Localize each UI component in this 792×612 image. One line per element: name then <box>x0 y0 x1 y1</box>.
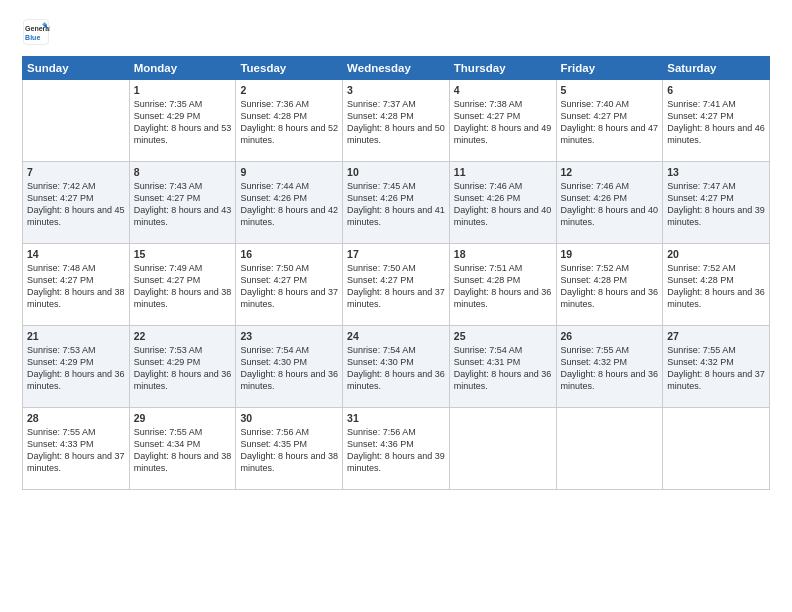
calendar-cell: 26Sunrise: 7:55 AMSunset: 4:32 PMDayligh… <box>556 326 663 408</box>
day-number: 11 <box>454 166 552 178</box>
calendar-cell: 4Sunrise: 7:38 AMSunset: 4:27 PMDaylight… <box>449 80 556 162</box>
cell-content: Sunrise: 7:54 AMSunset: 4:30 PMDaylight:… <box>347 344 445 393</box>
cell-content: Sunrise: 7:44 AMSunset: 4:26 PMDaylight:… <box>240 180 338 229</box>
header-cell-wednesday: Wednesday <box>343 57 450 80</box>
cell-content: Sunrise: 7:37 AMSunset: 4:28 PMDaylight:… <box>347 98 445 147</box>
calendar-cell: 7Sunrise: 7:42 AMSunset: 4:27 PMDaylight… <box>23 162 130 244</box>
logo: General Blue <box>22 18 50 46</box>
header-cell-friday: Friday <box>556 57 663 80</box>
calendar-cell: 15Sunrise: 7:49 AMSunset: 4:27 PMDayligh… <box>129 244 236 326</box>
calendar-cell: 1Sunrise: 7:35 AMSunset: 4:29 PMDaylight… <box>129 80 236 162</box>
day-number: 10 <box>347 166 445 178</box>
calendar-cell <box>23 80 130 162</box>
day-number: 5 <box>561 84 659 96</box>
cell-content: Sunrise: 7:51 AMSunset: 4:28 PMDaylight:… <box>454 262 552 311</box>
cell-content: Sunrise: 7:53 AMSunset: 4:29 PMDaylight:… <box>134 344 232 393</box>
day-number: 7 <box>27 166 125 178</box>
calendar-cell: 31Sunrise: 7:56 AMSunset: 4:36 PMDayligh… <box>343 408 450 490</box>
calendar-cell: 24Sunrise: 7:54 AMSunset: 4:30 PMDayligh… <box>343 326 450 408</box>
cell-content: Sunrise: 7:40 AMSunset: 4:27 PMDaylight:… <box>561 98 659 147</box>
calendar-cell <box>449 408 556 490</box>
calendar-cell: 2Sunrise: 7:36 AMSunset: 4:28 PMDaylight… <box>236 80 343 162</box>
cell-content: Sunrise: 7:48 AMSunset: 4:27 PMDaylight:… <box>27 262 125 311</box>
day-number: 25 <box>454 330 552 342</box>
calendar-cell: 17Sunrise: 7:50 AMSunset: 4:27 PMDayligh… <box>343 244 450 326</box>
cell-content: Sunrise: 7:42 AMSunset: 4:27 PMDaylight:… <box>27 180 125 229</box>
cell-content: Sunrise: 7:55 AMSunset: 4:32 PMDaylight:… <box>667 344 765 393</box>
calendar-cell: 13Sunrise: 7:47 AMSunset: 4:27 PMDayligh… <box>663 162 770 244</box>
day-number: 6 <box>667 84 765 96</box>
calendar-week-4: 21Sunrise: 7:53 AMSunset: 4:29 PMDayligh… <box>23 326 770 408</box>
calendar-cell: 29Sunrise: 7:55 AMSunset: 4:34 PMDayligh… <box>129 408 236 490</box>
calendar-cell: 16Sunrise: 7:50 AMSunset: 4:27 PMDayligh… <box>236 244 343 326</box>
cell-content: Sunrise: 7:55 AMSunset: 4:34 PMDaylight:… <box>134 426 232 475</box>
cell-content: Sunrise: 7:46 AMSunset: 4:26 PMDaylight:… <box>561 180 659 229</box>
day-number: 1 <box>134 84 232 96</box>
day-number: 22 <box>134 330 232 342</box>
calendar-week-2: 7Sunrise: 7:42 AMSunset: 4:27 PMDaylight… <box>23 162 770 244</box>
calendar-table: SundayMondayTuesdayWednesdayThursdayFrid… <box>22 56 770 490</box>
calendar-cell: 6Sunrise: 7:41 AMSunset: 4:27 PMDaylight… <box>663 80 770 162</box>
cell-content: Sunrise: 7:41 AMSunset: 4:27 PMDaylight:… <box>667 98 765 147</box>
header: General Blue <box>22 18 770 46</box>
header-cell-monday: Monday <box>129 57 236 80</box>
calendar-cell: 3Sunrise: 7:37 AMSunset: 4:28 PMDaylight… <box>343 80 450 162</box>
day-number: 23 <box>240 330 338 342</box>
svg-text:Blue: Blue <box>25 34 40 41</box>
cell-content: Sunrise: 7:53 AMSunset: 4:29 PMDaylight:… <box>27 344 125 393</box>
logo-icon: General Blue <box>22 18 50 46</box>
calendar-cell: 22Sunrise: 7:53 AMSunset: 4:29 PMDayligh… <box>129 326 236 408</box>
cell-content: Sunrise: 7:45 AMSunset: 4:26 PMDaylight:… <box>347 180 445 229</box>
day-number: 16 <box>240 248 338 260</box>
calendar-cell <box>663 408 770 490</box>
day-number: 30 <box>240 412 338 424</box>
page: General Blue SundayMondayTuesdayWednesda… <box>0 0 792 612</box>
cell-content: Sunrise: 7:36 AMSunset: 4:28 PMDaylight:… <box>240 98 338 147</box>
calendar-cell: 21Sunrise: 7:53 AMSunset: 4:29 PMDayligh… <box>23 326 130 408</box>
calendar-header-row: SundayMondayTuesdayWednesdayThursdayFrid… <box>23 57 770 80</box>
cell-content: Sunrise: 7:46 AMSunset: 4:26 PMDaylight:… <box>454 180 552 229</box>
cell-content: Sunrise: 7:38 AMSunset: 4:27 PMDaylight:… <box>454 98 552 147</box>
calendar-cell: 28Sunrise: 7:55 AMSunset: 4:33 PMDayligh… <box>23 408 130 490</box>
calendar-cell: 25Sunrise: 7:54 AMSunset: 4:31 PMDayligh… <box>449 326 556 408</box>
day-number: 3 <box>347 84 445 96</box>
calendar-week-1: 1Sunrise: 7:35 AMSunset: 4:29 PMDaylight… <box>23 80 770 162</box>
calendar-cell: 27Sunrise: 7:55 AMSunset: 4:32 PMDayligh… <box>663 326 770 408</box>
calendar-cell: 20Sunrise: 7:52 AMSunset: 4:28 PMDayligh… <box>663 244 770 326</box>
day-number: 17 <box>347 248 445 260</box>
calendar-cell: 5Sunrise: 7:40 AMSunset: 4:27 PMDaylight… <box>556 80 663 162</box>
cell-content: Sunrise: 7:43 AMSunset: 4:27 PMDaylight:… <box>134 180 232 229</box>
day-number: 19 <box>561 248 659 260</box>
day-number: 12 <box>561 166 659 178</box>
cell-content: Sunrise: 7:56 AMSunset: 4:36 PMDaylight:… <box>347 426 445 475</box>
calendar-cell: 19Sunrise: 7:52 AMSunset: 4:28 PMDayligh… <box>556 244 663 326</box>
cell-content: Sunrise: 7:50 AMSunset: 4:27 PMDaylight:… <box>347 262 445 311</box>
day-number: 29 <box>134 412 232 424</box>
calendar-cell <box>556 408 663 490</box>
day-number: 2 <box>240 84 338 96</box>
header-cell-saturday: Saturday <box>663 57 770 80</box>
day-number: 26 <box>561 330 659 342</box>
cell-content: Sunrise: 7:54 AMSunset: 4:31 PMDaylight:… <box>454 344 552 393</box>
calendar-cell: 11Sunrise: 7:46 AMSunset: 4:26 PMDayligh… <box>449 162 556 244</box>
day-number: 18 <box>454 248 552 260</box>
header-cell-sunday: Sunday <box>23 57 130 80</box>
day-number: 27 <box>667 330 765 342</box>
cell-content: Sunrise: 7:55 AMSunset: 4:32 PMDaylight:… <box>561 344 659 393</box>
cell-content: Sunrise: 7:35 AMSunset: 4:29 PMDaylight:… <box>134 98 232 147</box>
calendar-week-3: 14Sunrise: 7:48 AMSunset: 4:27 PMDayligh… <box>23 244 770 326</box>
calendar-cell: 30Sunrise: 7:56 AMSunset: 4:35 PMDayligh… <box>236 408 343 490</box>
cell-content: Sunrise: 7:52 AMSunset: 4:28 PMDaylight:… <box>667 262 765 311</box>
day-number: 13 <box>667 166 765 178</box>
day-number: 9 <box>240 166 338 178</box>
calendar-cell: 12Sunrise: 7:46 AMSunset: 4:26 PMDayligh… <box>556 162 663 244</box>
day-number: 8 <box>134 166 232 178</box>
day-number: 21 <box>27 330 125 342</box>
cell-content: Sunrise: 7:55 AMSunset: 4:33 PMDaylight:… <box>27 426 125 475</box>
cell-content: Sunrise: 7:50 AMSunset: 4:27 PMDaylight:… <box>240 262 338 311</box>
cell-content: Sunrise: 7:47 AMSunset: 4:27 PMDaylight:… <box>667 180 765 229</box>
calendar-cell: 18Sunrise: 7:51 AMSunset: 4:28 PMDayligh… <box>449 244 556 326</box>
header-cell-thursday: Thursday <box>449 57 556 80</box>
calendar-cell: 23Sunrise: 7:54 AMSunset: 4:30 PMDayligh… <box>236 326 343 408</box>
calendar-cell: 9Sunrise: 7:44 AMSunset: 4:26 PMDaylight… <box>236 162 343 244</box>
